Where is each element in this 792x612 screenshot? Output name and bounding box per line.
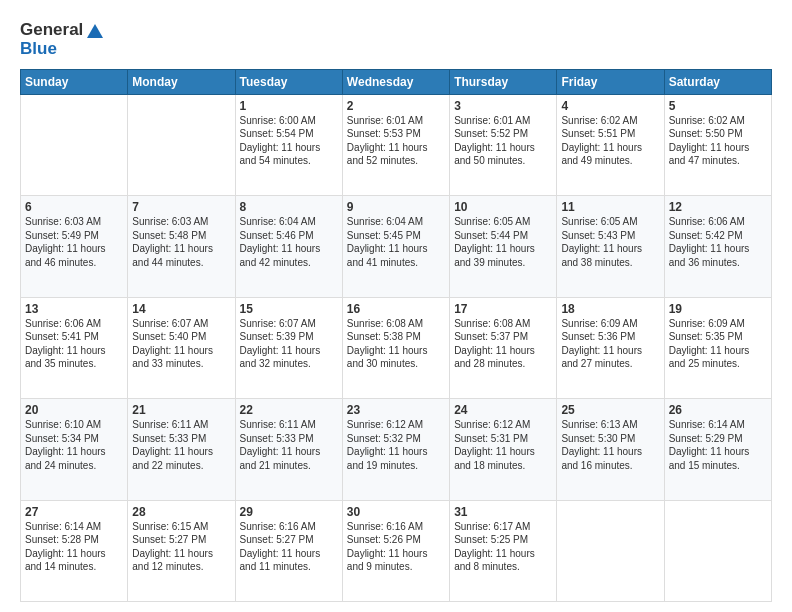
day-cell: 18Sunrise: 6:09 AM Sunset: 5:36 PM Dayli…	[557, 297, 664, 398]
day-cell: 6Sunrise: 6:03 AM Sunset: 5:49 PM Daylig…	[21, 196, 128, 297]
day-number: 14	[132, 302, 230, 316]
day-info: Sunrise: 6:11 AM Sunset: 5:33 PM Dayligh…	[132, 418, 230, 472]
day-cell: 13Sunrise: 6:06 AM Sunset: 5:41 PM Dayli…	[21, 297, 128, 398]
calendar-table: SundayMondayTuesdayWednesdayThursdayFrid…	[20, 69, 772, 602]
day-info: Sunrise: 6:04 AM Sunset: 5:45 PM Dayligh…	[347, 215, 445, 269]
day-number: 20	[25, 403, 123, 417]
day-info: Sunrise: 6:16 AM Sunset: 5:26 PM Dayligh…	[347, 520, 445, 574]
day-info: Sunrise: 6:14 AM Sunset: 5:28 PM Dayligh…	[25, 520, 123, 574]
day-info: Sunrise: 6:09 AM Sunset: 5:36 PM Dayligh…	[561, 317, 659, 371]
day-info: Sunrise: 6:15 AM Sunset: 5:27 PM Dayligh…	[132, 520, 230, 574]
day-number: 9	[347, 200, 445, 214]
day-number: 18	[561, 302, 659, 316]
day-info: Sunrise: 6:05 AM Sunset: 5:44 PM Dayligh…	[454, 215, 552, 269]
day-info: Sunrise: 6:03 AM Sunset: 5:49 PM Dayligh…	[25, 215, 123, 269]
col-header-wednesday: Wednesday	[342, 69, 449, 94]
day-cell: 26Sunrise: 6:14 AM Sunset: 5:29 PM Dayli…	[664, 399, 771, 500]
col-header-tuesday: Tuesday	[235, 69, 342, 94]
calendar-header-row: SundayMondayTuesdayWednesdayThursdayFrid…	[21, 69, 772, 94]
day-number: 26	[669, 403, 767, 417]
day-info: Sunrise: 6:07 AM Sunset: 5:39 PM Dayligh…	[240, 317, 338, 371]
day-info: Sunrise: 6:01 AM Sunset: 5:52 PM Dayligh…	[454, 114, 552, 168]
day-number: 25	[561, 403, 659, 417]
day-cell: 21Sunrise: 6:11 AM Sunset: 5:33 PM Dayli…	[128, 399, 235, 500]
day-cell	[557, 500, 664, 602]
col-header-friday: Friday	[557, 69, 664, 94]
day-cell: 7Sunrise: 6:03 AM Sunset: 5:48 PM Daylig…	[128, 196, 235, 297]
week-row-1: 6Sunrise: 6:03 AM Sunset: 5:49 PM Daylig…	[21, 196, 772, 297]
day-info: Sunrise: 6:08 AM Sunset: 5:38 PM Dayligh…	[347, 317, 445, 371]
day-number: 7	[132, 200, 230, 214]
day-cell: 23Sunrise: 6:12 AM Sunset: 5:32 PM Dayli…	[342, 399, 449, 500]
day-cell: 3Sunrise: 6:01 AM Sunset: 5:52 PM Daylig…	[450, 94, 557, 195]
day-cell: 30Sunrise: 6:16 AM Sunset: 5:26 PM Dayli…	[342, 500, 449, 602]
week-row-0: 1Sunrise: 6:00 AM Sunset: 5:54 PM Daylig…	[21, 94, 772, 195]
day-cell: 9Sunrise: 6:04 AM Sunset: 5:45 PM Daylig…	[342, 196, 449, 297]
day-number: 29	[240, 505, 338, 519]
day-number: 30	[347, 505, 445, 519]
day-cell: 10Sunrise: 6:05 AM Sunset: 5:44 PM Dayli…	[450, 196, 557, 297]
day-number: 17	[454, 302, 552, 316]
day-cell: 29Sunrise: 6:16 AM Sunset: 5:27 PM Dayli…	[235, 500, 342, 602]
day-number: 19	[669, 302, 767, 316]
week-row-4: 27Sunrise: 6:14 AM Sunset: 5:28 PM Dayli…	[21, 500, 772, 602]
page: General Blue SundayMondayTuesdayWednesda…	[0, 0, 792, 612]
col-header-monday: Monday	[128, 69, 235, 94]
header: General Blue	[20, 16, 772, 59]
day-number: 16	[347, 302, 445, 316]
day-info: Sunrise: 6:14 AM Sunset: 5:29 PM Dayligh…	[669, 418, 767, 472]
day-number: 31	[454, 505, 552, 519]
day-number: 3	[454, 99, 552, 113]
day-info: Sunrise: 6:08 AM Sunset: 5:37 PM Dayligh…	[454, 317, 552, 371]
day-cell: 25Sunrise: 6:13 AM Sunset: 5:30 PM Dayli…	[557, 399, 664, 500]
day-info: Sunrise: 6:01 AM Sunset: 5:53 PM Dayligh…	[347, 114, 445, 168]
day-info: Sunrise: 6:13 AM Sunset: 5:30 PM Dayligh…	[561, 418, 659, 472]
day-number: 12	[669, 200, 767, 214]
day-cell: 22Sunrise: 6:11 AM Sunset: 5:33 PM Dayli…	[235, 399, 342, 500]
day-cell: 27Sunrise: 6:14 AM Sunset: 5:28 PM Dayli…	[21, 500, 128, 602]
day-number: 4	[561, 99, 659, 113]
day-cell: 1Sunrise: 6:00 AM Sunset: 5:54 PM Daylig…	[235, 94, 342, 195]
day-cell: 20Sunrise: 6:10 AM Sunset: 5:34 PM Dayli…	[21, 399, 128, 500]
day-cell: 19Sunrise: 6:09 AM Sunset: 5:35 PM Dayli…	[664, 297, 771, 398]
day-cell: 16Sunrise: 6:08 AM Sunset: 5:38 PM Dayli…	[342, 297, 449, 398]
day-cell: 12Sunrise: 6:06 AM Sunset: 5:42 PM Dayli…	[664, 196, 771, 297]
day-number: 1	[240, 99, 338, 113]
day-cell: 28Sunrise: 6:15 AM Sunset: 5:27 PM Dayli…	[128, 500, 235, 602]
day-info: Sunrise: 6:17 AM Sunset: 5:25 PM Dayligh…	[454, 520, 552, 574]
day-info: Sunrise: 6:12 AM Sunset: 5:31 PM Dayligh…	[454, 418, 552, 472]
day-cell: 14Sunrise: 6:07 AM Sunset: 5:40 PM Dayli…	[128, 297, 235, 398]
day-cell: 2Sunrise: 6:01 AM Sunset: 5:53 PM Daylig…	[342, 94, 449, 195]
day-info: Sunrise: 6:16 AM Sunset: 5:27 PM Dayligh…	[240, 520, 338, 574]
day-number: 13	[25, 302, 123, 316]
day-number: 21	[132, 403, 230, 417]
col-header-sunday: Sunday	[21, 69, 128, 94]
day-cell: 17Sunrise: 6:08 AM Sunset: 5:37 PM Dayli…	[450, 297, 557, 398]
week-row-2: 13Sunrise: 6:06 AM Sunset: 5:41 PM Dayli…	[21, 297, 772, 398]
day-cell: 5Sunrise: 6:02 AM Sunset: 5:50 PM Daylig…	[664, 94, 771, 195]
day-number: 6	[25, 200, 123, 214]
day-cell	[128, 94, 235, 195]
day-number: 27	[25, 505, 123, 519]
day-number: 22	[240, 403, 338, 417]
day-number: 2	[347, 99, 445, 113]
day-cell	[21, 94, 128, 195]
day-info: Sunrise: 6:11 AM Sunset: 5:33 PM Dayligh…	[240, 418, 338, 472]
day-number: 23	[347, 403, 445, 417]
day-info: Sunrise: 6:04 AM Sunset: 5:46 PM Dayligh…	[240, 215, 338, 269]
day-cell	[664, 500, 771, 602]
day-info: Sunrise: 6:07 AM Sunset: 5:40 PM Dayligh…	[132, 317, 230, 371]
day-number: 8	[240, 200, 338, 214]
day-info: Sunrise: 6:09 AM Sunset: 5:35 PM Dayligh…	[669, 317, 767, 371]
logo-triangle-icon	[85, 20, 105, 40]
logo: General Blue	[20, 20, 105, 59]
day-number: 15	[240, 302, 338, 316]
day-info: Sunrise: 6:05 AM Sunset: 5:43 PM Dayligh…	[561, 215, 659, 269]
day-cell: 8Sunrise: 6:04 AM Sunset: 5:46 PM Daylig…	[235, 196, 342, 297]
day-cell: 15Sunrise: 6:07 AM Sunset: 5:39 PM Dayli…	[235, 297, 342, 398]
day-info: Sunrise: 6:00 AM Sunset: 5:54 PM Dayligh…	[240, 114, 338, 168]
day-cell: 11Sunrise: 6:05 AM Sunset: 5:43 PM Dayli…	[557, 196, 664, 297]
week-row-3: 20Sunrise: 6:10 AM Sunset: 5:34 PM Dayli…	[21, 399, 772, 500]
col-header-saturday: Saturday	[664, 69, 771, 94]
day-number: 5	[669, 99, 767, 113]
